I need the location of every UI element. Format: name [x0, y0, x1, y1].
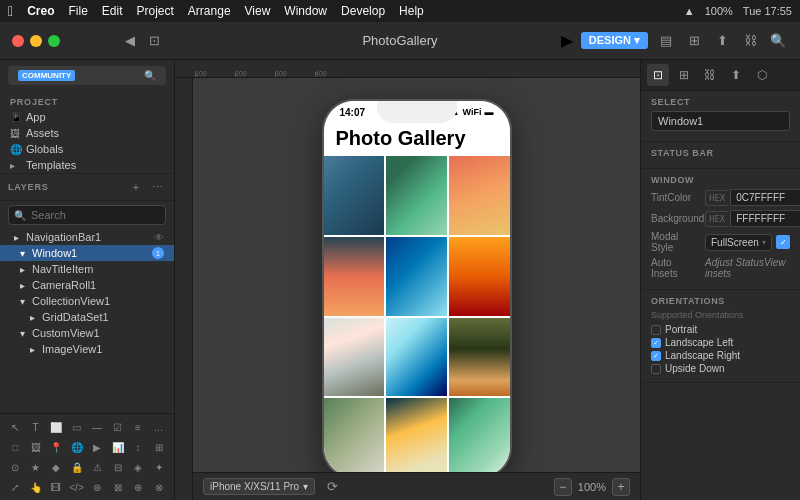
comp-alert[interactable]: ⚠ — [88, 458, 106, 476]
comp-resize[interactable]: ⤢ — [6, 478, 24, 496]
zoom-button[interactable] — [48, 35, 60, 47]
comp-button[interactable]: ⬜ — [47, 418, 65, 436]
comp-star[interactable]: ★ — [27, 458, 45, 476]
comp-group[interactable]: ⊕ — [129, 478, 147, 496]
menu-item-arrange[interactable]: Arrange — [188, 4, 231, 18]
comp-web[interactable]: 🌐 — [68, 438, 86, 456]
comp-map[interactable]: 📍 — [47, 438, 65, 456]
panel-icon[interactable]: ▤ — [656, 31, 676, 51]
grid-icon[interactable]: ⊞ — [684, 31, 704, 51]
comp-gesture[interactable]: 👆 — [27, 478, 45, 496]
sidebar-item-templates[interactable]: ▸ Templates — [0, 157, 174, 173]
community-search-icon[interactable]: 🔍 — [144, 70, 156, 81]
comp-switch[interactable]: ⊙ — [6, 458, 24, 476]
layer-customview[interactable]: ▾ CustomView1 — [0, 325, 174, 341]
tint-color-input[interactable] — [730, 189, 800, 206]
tab-select[interactable]: ⊡ — [647, 64, 669, 86]
menu-item-develop[interactable]: Develop — [341, 4, 385, 18]
comp-view[interactable]: □ — [6, 438, 24, 456]
comp-scroll[interactable]: ↕ — [129, 438, 147, 456]
window-name-input[interactable] — [651, 111, 790, 131]
comp-anim[interactable]: 🎞 — [47, 478, 65, 496]
tab-link[interactable]: ⛓ — [699, 64, 721, 86]
comp-layer[interactable]: ⊛ — [88, 478, 106, 496]
menu-item-edit[interactable]: Edit — [102, 4, 123, 18]
run-icon[interactable]: ▶ — [561, 31, 573, 50]
comp-list[interactable]: ≡ — [129, 418, 147, 436]
layer-cameraroll[interactable]: ▸ CameraRoll1 — [0, 277, 174, 293]
zoom-out-button[interactable]: − — [554, 478, 572, 496]
layer-navigation-bar[interactable]: ▸ NavigationBar1 👁 — [0, 229, 174, 245]
landscape-left-checkbox[interactable]: ✓ — [651, 338, 661, 348]
photo-cell-11[interactable] — [386, 398, 447, 477]
link-icon[interactable]: ⛓ — [740, 31, 760, 51]
photo-cell-2[interactable] — [386, 156, 447, 235]
search-icon-toolbar[interactable]: 🔍 — [768, 31, 788, 51]
comp-field[interactable]: ▭ — [68, 418, 86, 436]
minimize-button[interactable] — [30, 35, 42, 47]
layer-window[interactable]: ▾ Window1 1 — [0, 245, 174, 261]
menu-item-view[interactable]: View — [245, 4, 271, 18]
comp-nav[interactable]: ◈ — [129, 458, 147, 476]
layers-add-icon[interactable]: + — [127, 178, 145, 196]
layer-navtitleitem[interactable]: ▸ NavTitleItem — [0, 261, 174, 277]
sidebar-item-assets[interactable]: 🖼 Assets — [0, 125, 174, 141]
bg-color-input[interactable] — [730, 210, 800, 227]
layers-options-icon[interactable]: ⋯ — [148, 178, 166, 196]
comp-slider[interactable]: — — [88, 418, 106, 436]
share-icon[interactable]: ⬆ — [712, 31, 732, 51]
design-button[interactable]: DESIGN ▾ — [581, 32, 648, 49]
menu-item-project[interactable]: Project — [137, 4, 174, 18]
landscape-right-checkbox[interactable]: ✓ — [651, 351, 661, 361]
photo-cell-3[interactable] — [449, 156, 510, 235]
tab-code[interactable]: ⬡ — [751, 64, 773, 86]
comp-custom[interactable]: ✦ — [150, 458, 168, 476]
photo-cell-6[interactable] — [449, 237, 510, 316]
layer-imageview[interactable]: ▸ ImageView1 — [0, 341, 174, 357]
menu-item-window[interactable]: Window — [284, 4, 327, 18]
back-icon[interactable]: ◀ — [120, 31, 140, 51]
search-input[interactable] — [8, 205, 166, 225]
menu-item-file[interactable]: File — [68, 4, 87, 18]
comp-shape[interactable]: ◆ — [47, 458, 65, 476]
sidebar-item-app[interactable]: 📱 App — [0, 109, 174, 125]
menu-item-help[interactable]: Help — [399, 4, 424, 18]
layout-icon[interactable]: ⊡ — [144, 31, 164, 51]
photo-cell-1[interactable] — [324, 156, 385, 235]
comp-chart[interactable]: 📊 — [109, 438, 127, 456]
comp-label[interactable]: T — [27, 418, 45, 436]
upside-down-checkbox[interactable] — [651, 364, 661, 374]
photo-cell-10[interactable] — [324, 398, 385, 477]
layer-griddataset[interactable]: ▸ GridDataSet1 — [0, 309, 174, 325]
tab-layout[interactable]: ⊞ — [673, 64, 695, 86]
comp-extra[interactable]: ⊗ — [150, 478, 168, 496]
sidebar-item-globals[interactable]: 🌐 Globals — [0, 141, 174, 157]
zoom-in-button[interactable]: + — [612, 478, 630, 496]
comp-table[interactable]: ⊞ — [150, 438, 168, 456]
comp-code[interactable]: </> — [68, 478, 86, 496]
device-selector[interactable]: iPhone X/XS/11 Pro ▾ — [203, 478, 315, 495]
visibility-icon[interactable]: 👁 — [154, 232, 164, 243]
comp-image[interactable]: 🖼 — [27, 438, 45, 456]
comp-lock[interactable]: 🔒 — [68, 458, 86, 476]
menu-item-creo[interactable]: Creo — [27, 4, 54, 18]
community-panel[interactable]: COMMUNITY 🔍 — [8, 66, 166, 85]
comp-more[interactable]: … — [150, 418, 168, 436]
photo-cell-7[interactable] — [324, 318, 385, 397]
layer-collectionview[interactable]: ▾ CollectionView1 — [0, 293, 174, 309]
photo-cell-5[interactable] — [386, 237, 447, 316]
modal-select[interactable]: FullScreen ▾ — [705, 234, 772, 251]
portrait-icon[interactable]: ⟳ — [323, 477, 343, 497]
portrait-checkbox[interactable] — [651, 325, 661, 335]
apple-icon[interactable]:  — [8, 3, 13, 19]
auto-insets-value[interactable]: Adjust StatusView insets — [705, 257, 790, 279]
comp-tab[interactable]: ⊟ — [109, 458, 127, 476]
comp-video[interactable]: ▶ — [88, 438, 106, 456]
photo-cell-9[interactable] — [449, 318, 510, 397]
photo-cell-8[interactable] — [386, 318, 447, 397]
comp-grid[interactable]: ⊠ — [109, 478, 127, 496]
close-button[interactable] — [12, 35, 24, 47]
tab-share[interactable]: ⬆ — [725, 64, 747, 86]
photo-cell-4[interactable] — [324, 237, 385, 316]
comp-cursor[interactable]: ↖ — [6, 418, 24, 436]
